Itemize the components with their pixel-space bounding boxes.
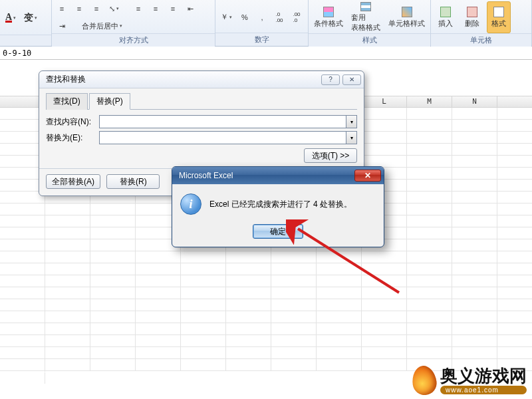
phonetic-guide-button[interactable]: 变▾ <box>21 11 40 25</box>
cell-styles-button[interactable]: 单元格样式 <box>386 1 428 33</box>
replace-with-input[interactable] <box>99 131 346 144</box>
grid-row[interactable] <box>0 311 532 323</box>
find-what-label: 查找内容(N): <box>46 116 99 128</box>
align-center-button[interactable]: ≡ <box>148 1 163 16</box>
find-history-dropdown[interactable]: ▾ <box>346 115 357 128</box>
group-caption-cells: 单元格 <box>431 33 531 47</box>
grid-row[interactable] <box>0 263 532 275</box>
ok-button[interactable]: 确定 <box>253 224 303 239</box>
grid-row[interactable] <box>0 347 532 359</box>
align-right-button[interactable]: ≡ <box>166 1 180 16</box>
help-button[interactable]: ? <box>321 74 340 85</box>
align-left-button[interactable]: ≡ <box>131 1 146 16</box>
info-icon: i <box>180 194 201 215</box>
replace-with-label: 替换为(E): <box>46 132 99 144</box>
comma-button[interactable]: , <box>255 10 269 25</box>
format-as-table-button[interactable]: 套用 表格格式 <box>348 1 383 33</box>
indent-dec-button[interactable]: ⇤ <box>183 1 198 16</box>
format-cells-button[interactable]: 格式 <box>487 1 511 33</box>
align-top-button[interactable]: ≡ <box>55 1 69 16</box>
dialog-title: 查找和替换 <box>46 74 86 85</box>
msgbox-text: Excel 已经完成搜索并进行了 4 处替换。 <box>209 199 352 210</box>
indent-inc-button[interactable]: ⇥ <box>55 19 69 33</box>
grid-row[interactable] <box>0 287 532 299</box>
column-header[interactable] <box>497 96 532 108</box>
grid-row[interactable] <box>0 323 532 335</box>
orientation-button[interactable]: ⤡▾ <box>106 1 122 16</box>
tab-replace[interactable]: 替换(P) <box>89 93 130 110</box>
msgbox-title: Microsoft Excel <box>179 171 233 180</box>
align-bottom-button[interactable]: ≡ <box>89 1 104 16</box>
group-caption-styles: 样式 <box>309 33 430 47</box>
group-caption-align: 对齐方式 <box>52 33 215 47</box>
group-caption-number: 数字 <box>215 33 308 46</box>
insert-cells-button[interactable]: 插入 <box>434 1 458 33</box>
align-middle-button[interactable]: ≡ <box>72 1 86 16</box>
tab-find[interactable]: 查找(D) <box>46 93 88 110</box>
increase-decimal-button[interactable]: .0.00 <box>272 10 287 25</box>
column-header[interactable]: N <box>452 96 497 108</box>
accounting-format-button[interactable]: ￥▾ <box>218 10 235 25</box>
decrease-decimal-button[interactable]: .00.0 <box>289 10 304 25</box>
watermark-name: 奥义游戏网 <box>440 367 527 384</box>
find-what-input[interactable] <box>99 115 346 128</box>
group-caption-font <box>0 35 51 46</box>
msgbox-titlebar[interactable]: Microsoft Excel ✕ <box>172 167 384 184</box>
formula-bar[interactable]: 0-9-10 <box>0 47 532 60</box>
ribbon: A▾ 变▾ ≡ ≡ ≡ ⤡▾ ≡ ≡ ≡ ⇤ ⇥ 合并后居中▾ 对齐方式 ￥▾ … <box>0 0 532 47</box>
message-box: Microsoft Excel ✕ i Excel 已经完成搜索并进行了 4 处… <box>172 166 384 247</box>
grid-row[interactable] <box>0 275 532 287</box>
merge-center-button[interactable]: 合并后居中▾ <box>72 19 132 33</box>
percent-button[interactable]: % <box>237 10 252 25</box>
watermark-url: www.aoe1.com <box>440 386 527 394</box>
grid-row[interactable] <box>0 251 532 263</box>
dialog-titlebar[interactable]: 查找和替换 ? ✕ <box>39 71 364 88</box>
font-color-button[interactable]: A▾ <box>3 11 19 25</box>
replace-all-button[interactable]: 全部替换(A) <box>46 174 100 189</box>
conditional-format-button[interactable]: 条件格式 <box>311 1 346 33</box>
grid-row[interactable] <box>0 299 532 311</box>
replace-button[interactable]: 替换(R) <box>106 174 160 189</box>
msgbox-close-button[interactable]: ✕ <box>354 170 381 182</box>
replace-history-dropdown[interactable]: ▾ <box>346 131 357 144</box>
options-button[interactable]: 选项(T) >> <box>304 148 357 163</box>
watermark: 奥义游戏网 www.aoe1.com <box>412 366 527 395</box>
grid-row[interactable] <box>0 335 532 347</box>
close-button[interactable]: ✕ <box>342 74 361 85</box>
column-header[interactable]: L <box>362 96 407 108</box>
delete-cells-button[interactable]: 删除 <box>460 1 484 33</box>
flame-icon <box>410 364 438 397</box>
column-header[interactable]: M <box>407 96 452 108</box>
